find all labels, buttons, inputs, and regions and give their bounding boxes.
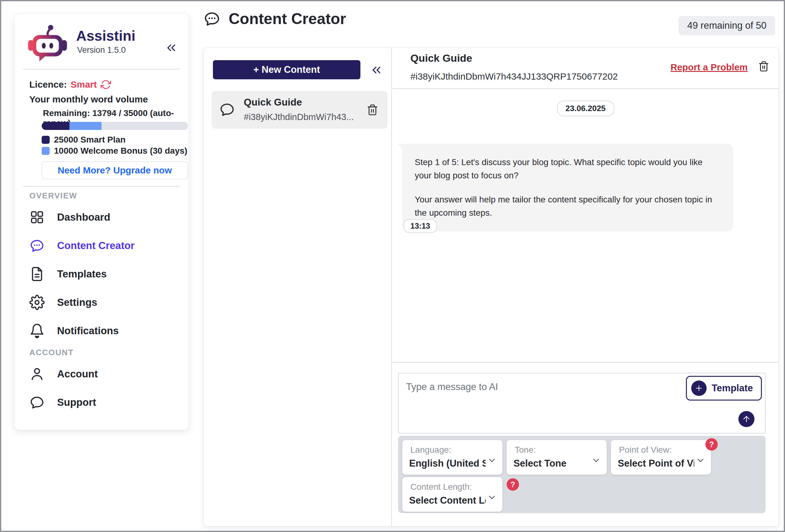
refresh-licence-icon[interactable]: [101, 79, 111, 90]
sidebar: Assistini Version 1.5.0 Licence: Smart Y…: [14, 14, 189, 430]
template-button[interactable]: Template: [686, 376, 762, 401]
progress-bonus-segment: [70, 122, 102, 130]
licence-value: Smart: [71, 79, 97, 90]
sidebar-item-account[interactable]: Account: [29, 364, 177, 384]
template-button-label: Template: [712, 383, 753, 394]
chat-session-id: #i38yiKJthdinDbmWi7h434JJ133QRP175067720…: [410, 71, 618, 82]
chevron-down-icon: [487, 492, 497, 502]
brand-version: Version 1.5.0: [77, 45, 126, 55]
sidebar-item-label: Notifications: [57, 325, 119, 337]
upgrade-button[interactable]: Need More? Upgrade now: [42, 161, 188, 179]
divider: [23, 186, 180, 187]
chevron-down-icon: [591, 455, 601, 465]
language-label: Language:: [410, 445, 451, 455]
word-volume-progressbar: [42, 122, 188, 130]
progress-plan-segment: [42, 122, 70, 130]
brand-name: Assistini: [76, 27, 135, 44]
trash-icon[interactable]: [758, 61, 769, 72]
sidebar-collapse-icon[interactable]: [164, 41, 178, 55]
ai-message-paragraph-2: Your answer will help me tailor the cont…: [415, 193, 721, 220]
section-label-overview: OVERVIEW: [29, 191, 77, 201]
legend-smart-plan: 25000 Smart Plan: [42, 135, 126, 145]
point-of-view-select[interactable]: Point of View: Select Point of View ?: [611, 440, 711, 475]
sidebar-item-label: Dashboard: [57, 211, 110, 223]
document-icon: [29, 266, 45, 282]
sidebar-item-dashboard[interactable]: Dashboard: [29, 208, 177, 227]
send-button[interactable]: [738, 411, 755, 427]
composer: Template: [398, 373, 765, 434]
sidebar-item-settings[interactable]: Settings: [29, 293, 177, 312]
list-item-quick-guide[interactable]: Quick Guide #i38yiKJthdinDbmWi7h43...: [212, 91, 387, 129]
arrow-up-icon: [742, 414, 751, 424]
sidebar-item-label: Content Creator: [57, 240, 134, 252]
dashboard-icon: [29, 209, 45, 225]
legend-swatch-plan: [42, 136, 50, 144]
chevron-down-icon: [487, 455, 497, 465]
report-problem-link[interactable]: Report a Problem: [670, 62, 748, 73]
person-icon: [29, 366, 45, 382]
gear-icon: [29, 295, 45, 310]
trash-icon[interactable]: [366, 104, 378, 116]
new-content-button[interactable]: + New Content: [213, 60, 360, 79]
speech-bubble-icon: [219, 102, 235, 118]
speech-bubble-icon: [29, 395, 45, 410]
sidebar-item-label: Templates: [57, 268, 107, 280]
licence-row: Licence: Smart: [29, 79, 111, 90]
message-timestamp: 13:13: [404, 219, 437, 233]
legend-swatch-bonus: [42, 147, 50, 155]
section-label-account: ACCOUNT: [29, 348, 74, 357]
app-window: Assistini Version 1.5.0 Licence: Smart Y…: [0, 0, 785, 532]
chat-title: Quick Guide: [410, 52, 472, 64]
sidebar-item-label: Settings: [57, 297, 97, 308]
tone-label: Tone:: [515, 445, 536, 455]
page-title: Content Creator: [229, 10, 346, 28]
chat-dots-icon: [203, 10, 221, 27]
legend-label-bonus: 10000 Welcome Bonus (30 days): [54, 146, 187, 156]
content-list-panel: + New Content Quick Guide #i38yiKJthdinD…: [204, 48, 392, 526]
sidebar-item-notifications[interactable]: Notifications: [29, 321, 177, 340]
point-of-view-value: Select Point of View: [618, 458, 694, 469]
volume-title: Your monthly word volume: [29, 94, 148, 105]
plus-icon: [691, 380, 707, 396]
content-length-label: Content Length:: [410, 482, 472, 492]
list-collapse-icon[interactable]: [370, 63, 383, 77]
sidebar-item-support[interactable]: Support: [29, 393, 177, 412]
list-item-subtitle: #i38yiKJthdinDbmWi7h43...: [244, 112, 367, 122]
ai-message-paragraph-1: Step 1 of 5: Let's discuss your blog top…: [415, 155, 721, 182]
legend-label-plan: 25000 Smart Plan: [54, 135, 126, 145]
chat-dots-icon: [29, 238, 45, 253]
divider: [23, 69, 180, 70]
assistini-robot-logo: [24, 23, 71, 63]
ai-message-bubble: Step 1 of 5: Let's discuss your blog top…: [402, 144, 733, 231]
quota-badge: 49 remaining of 50: [679, 16, 775, 35]
content-length-select[interactable]: Content Length: Select Content Length ?: [402, 477, 502, 512]
chat-header: Quick Guide #i38yiKJthdinDbmWi7h434JJ133…: [392, 48, 779, 89]
help-badge[interactable]: ?: [507, 478, 519, 491]
list-item-title: Quick Guide: [244, 97, 302, 108]
composer-options-area: Language: English (United Sta Tone: Sele…: [398, 436, 765, 513]
tone-value: Select Tone: [513, 458, 590, 469]
bell-icon: [29, 323, 45, 338]
tone-select[interactable]: Tone: Select Tone: [507, 440, 607, 475]
licence-label: Licence:: [29, 79, 67, 90]
date-badge: 23.06.2025: [557, 101, 614, 116]
page-header: Content Creator: [203, 10, 346, 28]
sidebar-item-label: Support: [57, 397, 96, 408]
sidebar-item-label: Account: [57, 368, 98, 380]
content-length-value: Select Content Length: [409, 495, 486, 506]
legend-welcome-bonus: 10000 Welcome Bonus (30 days): [42, 146, 187, 156]
language-value: English (United Sta: [409, 458, 486, 469]
sidebar-item-templates[interactable]: Templates: [29, 264, 177, 284]
language-select[interactable]: Language: English (United Sta: [402, 440, 502, 475]
chevron-down-icon: [695, 455, 705, 465]
content-creator-panel: + New Content Quick Guide #i38yiKJthdinD…: [203, 48, 779, 527]
sidebar-item-content-creator[interactable]: Content Creator: [29, 236, 177, 255]
help-badge[interactable]: ?: [705, 438, 718, 451]
chat-panel: Quick Guide #i38yiKJthdinDbmWi7h434JJ133…: [392, 48, 779, 526]
chat-messages-area: 23.06.2025 Step 1 of 5: Let's discuss yo…: [392, 90, 779, 362]
point-of-view-label: Point of View:: [619, 445, 672, 455]
